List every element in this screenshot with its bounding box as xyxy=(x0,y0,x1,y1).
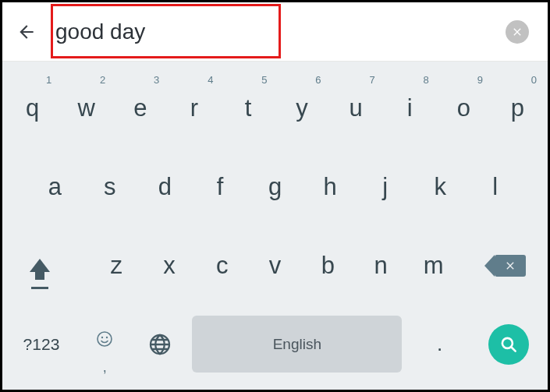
search-action-icon xyxy=(488,324,529,365)
period-key[interactable]: . xyxy=(406,305,473,383)
emoji-icon xyxy=(95,330,114,348)
arrow-left-icon xyxy=(16,22,37,42)
key-b[interactable]: b xyxy=(301,227,354,305)
key-i[interactable]: i8 xyxy=(383,69,437,148)
keyboard-row-2: a s d f g h j k l xyxy=(5,148,545,227)
globe-icon xyxy=(147,332,172,357)
space-key[interactable]: English xyxy=(192,316,402,373)
search-input[interactable] xyxy=(40,2,506,61)
emoji-key[interactable]: , xyxy=(77,305,133,383)
key-a[interactable]: a xyxy=(27,148,83,227)
key-t[interactable]: t5 xyxy=(221,69,275,148)
key-p[interactable]: p0 xyxy=(491,69,545,148)
shift-key[interactable] xyxy=(5,227,74,305)
keyboard-row-4: ?123 , English . xyxy=(5,305,545,383)
key-y[interactable]: y6 xyxy=(275,69,329,148)
shift-icon xyxy=(30,259,50,272)
backspace-icon xyxy=(495,255,526,277)
backspace-key[interactable] xyxy=(476,227,545,305)
symbols-key[interactable]: ?123 xyxy=(5,305,77,383)
key-f[interactable]: f xyxy=(193,148,248,227)
svg-point-2 xyxy=(106,336,108,337)
key-g[interactable]: g xyxy=(247,148,303,227)
key-o[interactable]: o9 xyxy=(437,69,491,148)
shift-underline xyxy=(31,287,48,289)
svg-point-0 xyxy=(98,332,112,346)
key-r[interactable]: r4 xyxy=(167,69,221,148)
key-m[interactable]: m xyxy=(407,227,460,305)
key-x[interactable]: x xyxy=(143,227,196,305)
key-v[interactable]: v xyxy=(249,227,302,305)
close-icon xyxy=(511,26,523,38)
comma-label: , xyxy=(103,359,107,376)
key-z[interactable]: z xyxy=(90,227,143,305)
svg-point-1 xyxy=(101,336,103,337)
on-screen-keyboard: q1 w2 e3 r4 t5 y6 u7 i8 o9 p0 a s d f g … xyxy=(2,62,548,390)
key-d[interactable]: d xyxy=(137,148,193,227)
key-l[interactable]: l xyxy=(467,148,523,227)
key-c[interactable]: c xyxy=(196,227,249,305)
key-u[interactable]: u7 xyxy=(329,69,383,148)
key-q[interactable]: q1 xyxy=(5,69,59,148)
keyboard-row-1: q1 w2 e3 r4 t5 y6 u7 i8 o9 p0 xyxy=(5,69,545,148)
key-n[interactable]: n xyxy=(354,227,407,305)
key-e[interactable]: e3 xyxy=(113,69,167,148)
keyboard-row-3: z x c v b n m xyxy=(5,227,545,305)
back-button[interactable] xyxy=(13,19,40,45)
clear-button[interactable] xyxy=(506,20,529,44)
search-bar xyxy=(2,2,548,62)
key-h[interactable]: h xyxy=(303,148,358,227)
key-j[interactable]: j xyxy=(357,148,413,227)
key-s[interactable]: s xyxy=(83,148,138,227)
key-k[interactable]: k xyxy=(413,148,468,227)
language-key[interactable] xyxy=(133,305,188,383)
key-w[interactable]: w2 xyxy=(59,69,113,148)
search-key[interactable] xyxy=(473,305,545,383)
svg-line-5 xyxy=(511,347,515,351)
